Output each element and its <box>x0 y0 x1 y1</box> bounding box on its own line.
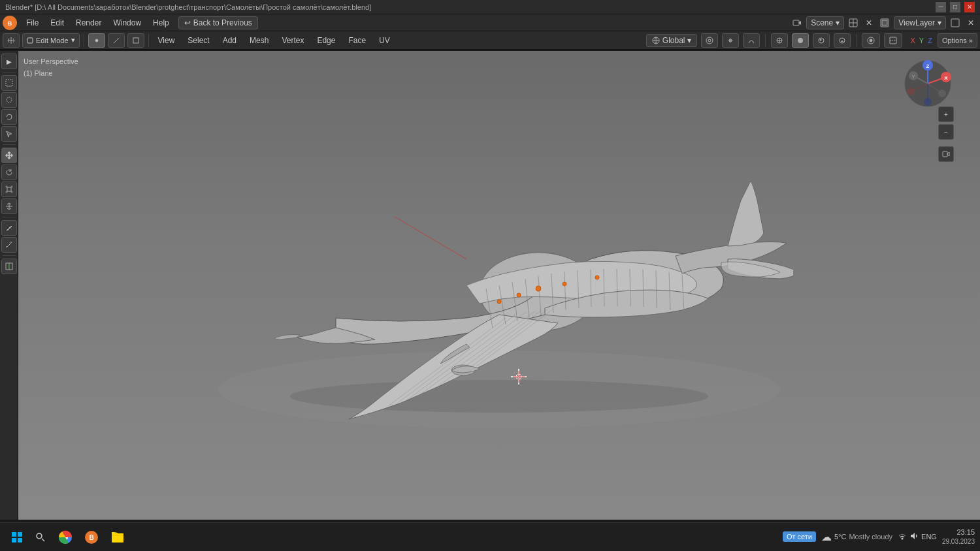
svg-point-14 <box>706 37 713 44</box>
viewport-shading-solid-btn[interactable] <box>792 33 809 48</box>
separator-3 <box>765 34 766 47</box>
zoom-in-btn[interactable]: + <box>938 106 954 122</box>
falloff-btn[interactable] <box>743 33 760 48</box>
viewport-shading-wire-btn[interactable] <box>771 33 788 48</box>
camera-view-btn[interactable] <box>938 146 954 162</box>
menu-file[interactable]: File <box>21 16 44 30</box>
network-label[interactable]: От сети <box>783 531 816 542</box>
proportional-editing-btn[interactable] <box>701 33 718 48</box>
svg-point-60 <box>536 286 541 291</box>
volume-icon <box>909 532 919 542</box>
svg-point-10 <box>95 39 98 42</box>
overlay-btn[interactable] <box>862 33 880 48</box>
taskbar-explorer[interactable] <box>106 526 129 549</box>
viewport-nav-gizmo[interactable]: X Y Z <box>902 57 954 110</box>
svg-point-61 <box>563 282 566 286</box>
measure-btn[interactable] <box>1 237 17 253</box>
z-axis-label[interactable]: Z <box>926 37 934 44</box>
transform-tool-btn2[interactable] <box>1 198 17 214</box>
annotate-btn[interactable] <box>1 220 17 236</box>
move-tool-btn[interactable] <box>1 148 17 163</box>
svg-rect-26 <box>6 80 12 86</box>
win-search-button[interactable] <box>29 526 52 549</box>
windows-taskbar: B От сети ☁ 5°C Mostly cloudy <box>0 522 980 551</box>
start-button[interactable] <box>5 526 29 549</box>
minimize-button[interactable]: ─ <box>936 2 946 12</box>
svg-text:X: X <box>944 75 948 81</box>
toolbar-row: Edit Mode ▾ View Select Add Mesh Vertex … <box>0 31 980 50</box>
clock: 23:15 29.03.2023 <box>942 527 975 546</box>
object-name-label: (1) Plane <box>24 68 78 80</box>
scene-icon2 <box>847 16 860 29</box>
circle-select-btn[interactable] <box>1 92 17 108</box>
svg-point-27 <box>7 97 12 102</box>
svg-point-18 <box>798 38 803 43</box>
view-menu[interactable]: View <box>153 35 180 46</box>
svg-point-87 <box>924 98 932 106</box>
svg-text:B: B <box>8 20 12 27</box>
close-button[interactable]: ✕ <box>964 2 975 12</box>
taskbar-blender[interactable]: B <box>80 526 103 549</box>
play-anim-btn[interactable]: ▶ <box>1 54 17 69</box>
face-menu[interactable]: Face <box>343 35 371 46</box>
cursor-tool-btn[interactable] <box>1 126 17 142</box>
xray-btn[interactable] <box>884 33 902 48</box>
menu-help[interactable]: Help <box>148 16 174 30</box>
edge-mode-btn[interactable] <box>108 33 125 48</box>
y-axis-label[interactable]: Y <box>918 37 925 44</box>
scale-tool-btn[interactable] <box>1 181 17 197</box>
svg-line-28 <box>7 242 12 247</box>
svg-rect-9 <box>27 38 33 43</box>
header-icons: Scene ▾ ✕ ViewLayer ▾ ✕ <box>791 16 977 29</box>
menu-render[interactable]: Render <box>71 16 106 30</box>
close-viewlayer-icon[interactable]: ✕ <box>964 16 977 29</box>
viewlayer-selector[interactable]: ViewLayer ▾ <box>894 16 946 29</box>
airplane-viewport <box>205 116 793 442</box>
mode-selector[interactable]: Edit Mode ▾ <box>22 33 80 48</box>
separator-1 <box>84 34 84 47</box>
scene-camera-icon <box>791 16 804 29</box>
x-axis-label[interactable]: X <box>909 37 916 44</box>
rotate-tool-btn[interactable] <box>1 165 17 180</box>
taskbar-chrome[interactable] <box>54 526 77 549</box>
uv-menu[interactable]: UV <box>374 35 395 46</box>
viewport[interactable]: User Perspective (1) Plane <box>18 51 980 520</box>
svg-point-63 <box>497 300 501 304</box>
close-scene-icon[interactable]: ✕ <box>862 16 875 29</box>
blender-logo: B <box>3 16 17 30</box>
render-icon <box>878 16 891 29</box>
transform-space-selector[interactable]: Global ▾ <box>646 34 698 47</box>
scene-selector[interactable]: Scene ▾ <box>806 16 844 29</box>
add-menu[interactable]: Add <box>218 35 242 46</box>
select-menu[interactable]: Select <box>182 35 214 46</box>
maximize-button[interactable]: □ <box>950 2 960 12</box>
svg-line-11 <box>114 38 119 43</box>
vertex-mode-btn[interactable] <box>88 33 105 48</box>
svg-rect-95 <box>18 532 22 537</box>
mesh-menu[interactable]: Mesh <box>244 35 274 46</box>
viewport-shading-material-btn[interactable] <box>813 33 830 48</box>
left-toolbar: ▶ <box>0 51 18 520</box>
viewport-shading-rendered-btn[interactable] <box>834 33 851 48</box>
box-select-btn[interactable] <box>1 75 17 91</box>
face-mode-btn[interactable] <box>127 33 144 48</box>
lasso-select-btn[interactable] <box>1 109 17 125</box>
options-btn[interactable]: Options » <box>938 33 977 48</box>
transform-tool-btn[interactable] <box>3 33 20 48</box>
svg-text:Z: Z <box>926 63 930 69</box>
zoom-out-btn[interactable]: − <box>938 124 954 140</box>
weather-temp: 5°C <box>834 533 846 541</box>
edge-menu[interactable]: Edge <box>312 35 340 46</box>
svg-point-85 <box>938 89 946 97</box>
loop-cut-btn[interactable] <box>1 259 17 274</box>
snap-btn[interactable] <box>722 33 739 48</box>
menu-edit[interactable]: Edit <box>45 16 69 30</box>
scene-label: Scene <box>811 18 833 27</box>
svg-rect-94 <box>12 532 16 537</box>
vertex-menu[interactable]: Vertex <box>276 35 309 46</box>
back-to-previous-button[interactable]: ↩ Back to Previous <box>178 16 258 29</box>
svg-point-15 <box>708 39 711 42</box>
window-controls: ─ □ ✕ <box>936 2 975 12</box>
svg-point-105 <box>902 537 904 539</box>
menu-window[interactable]: Window <box>108 16 146 30</box>
